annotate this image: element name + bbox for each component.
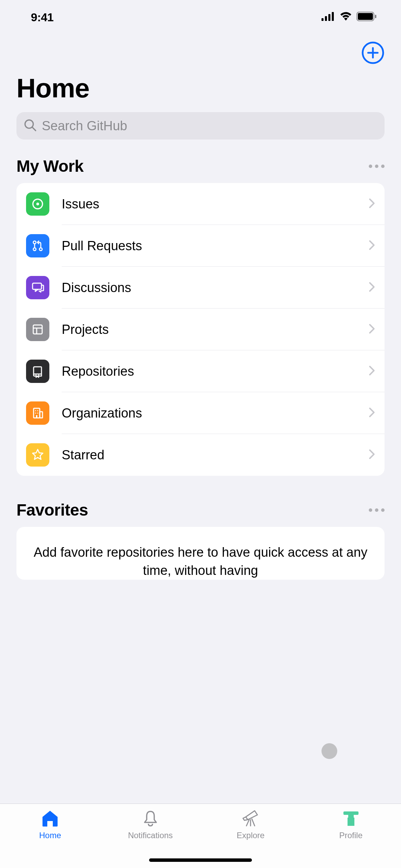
- my-work-item-repositories[interactable]: Repositories: [16, 350, 385, 392]
- row-label: Issues: [62, 197, 369, 212]
- chevron-right-icon: [369, 449, 375, 461]
- svg-point-14: [33, 241, 36, 244]
- favorites-card: Add favorite repositories here to have q…: [16, 527, 385, 580]
- my-work-item-organizations[interactable]: Organizations: [16, 392, 385, 434]
- row-label: Repositories: [62, 364, 369, 379]
- favorites-empty-text: Add favorite repositories here to have q…: [30, 543, 371, 580]
- bell-icon: [142, 809, 159, 827]
- tab-label: Notifications: [128, 831, 173, 840]
- search-wrapper: [0, 112, 401, 157]
- issue-icon: [26, 192, 49, 216]
- svg-rect-3: [332, 12, 334, 21]
- discussion-icon: [26, 276, 49, 299]
- favorites-header: Favorites: [0, 501, 401, 527]
- chevron-right-icon: [369, 365, 375, 377]
- row-label: Projects: [62, 322, 369, 337]
- my-work-item-discussions[interactable]: Discussions: [16, 267, 385, 309]
- status-icons: [321, 12, 377, 23]
- overlay-dot: [321, 743, 337, 759]
- chevron-right-icon: [369, 282, 375, 293]
- row-label: Starred: [62, 448, 369, 462]
- favorites-more-button[interactable]: [369, 508, 385, 512]
- my-work-header: My Work: [0, 157, 401, 183]
- svg-point-25: [35, 413, 36, 414]
- svg-rect-30: [348, 818, 354, 826]
- chevron-right-icon: [369, 324, 375, 335]
- svg-rect-1: [325, 16, 327, 21]
- svg-rect-28: [343, 811, 359, 815]
- svg-point-13: [36, 203, 39, 205]
- search-bar[interactable]: [16, 112, 385, 140]
- svg-rect-6: [375, 15, 376, 18]
- row-label: Discussions: [62, 280, 369, 295]
- my-work-item-pull-requests[interactable]: Pull Requests: [16, 225, 385, 267]
- my-work-item-projects[interactable]: Projects: [16, 309, 385, 350]
- home-icon: [40, 809, 60, 827]
- chevron-right-icon: [369, 407, 375, 419]
- row-label: Organizations: [62, 406, 369, 421]
- favorites-title: Favorites: [16, 501, 88, 519]
- tab-label: Home: [39, 831, 61, 840]
- my-work-title: My Work: [16, 157, 84, 176]
- svg-line-11: [32, 127, 36, 131]
- repo-icon: [26, 360, 49, 383]
- home-indicator[interactable]: [149, 858, 252, 862]
- add-button[interactable]: [361, 41, 385, 66]
- telescope-icon: [241, 809, 260, 827]
- svg-point-24: [37, 410, 38, 411]
- top-nav: [0, 34, 401, 66]
- tab-profile[interactable]: Profile: [301, 809, 401, 868]
- status-bar: 9:41: [0, 0, 401, 34]
- svg-rect-17: [33, 283, 41, 289]
- my-work-item-issues[interactable]: Issues: [16, 183, 385, 225]
- search-icon: [23, 118, 37, 133]
- status-time: 9:41: [31, 11, 53, 24]
- profile-icon: [341, 809, 361, 827]
- svg-rect-5: [358, 13, 373, 20]
- row-label: Pull Requests: [62, 239, 369, 253]
- my-work-item-starred[interactable]: Starred: [16, 434, 385, 476]
- svg-rect-27: [36, 415, 37, 418]
- page-title: Home: [0, 66, 401, 112]
- tab-label: Profile: [339, 831, 363, 840]
- svg-rect-29: [348, 815, 354, 818]
- chevron-right-icon: [369, 240, 375, 252]
- star-icon: [26, 443, 49, 467]
- svg-point-26: [37, 413, 38, 414]
- cellular-icon: [321, 12, 335, 22]
- svg-point-23: [35, 410, 36, 411]
- svg-rect-0: [321, 18, 324, 21]
- project-icon: [26, 318, 49, 341]
- tab-home[interactable]: Home: [0, 809, 100, 868]
- my-work-card: Issues Pull Requests Discussions Project…: [16, 183, 385, 476]
- svg-rect-22: [40, 412, 42, 418]
- battery-icon: [356, 12, 377, 23]
- search-input[interactable]: [42, 119, 378, 133]
- wifi-icon: [339, 12, 352, 23]
- svg-rect-2: [328, 14, 330, 21]
- pull-request-icon: [26, 234, 49, 257]
- svg-rect-18: [33, 325, 42, 334]
- tab-label: Explore: [237, 831, 265, 840]
- my-work-more-button[interactable]: [369, 165, 385, 168]
- svg-point-15: [33, 248, 36, 251]
- organization-icon: [26, 401, 49, 425]
- svg-point-16: [39, 248, 42, 251]
- chevron-right-icon: [369, 198, 375, 210]
